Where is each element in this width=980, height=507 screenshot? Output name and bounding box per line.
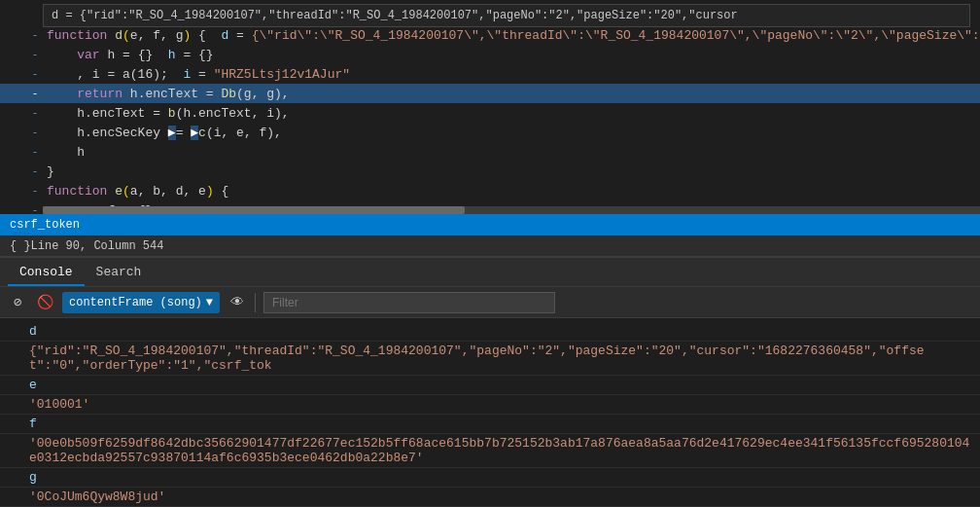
line-arrow: - (27, 127, 43, 138)
list-item: '0CoJUm6Qyw8W8jud' (0, 488, 980, 507)
frame-label: contentFrame (song) (69, 296, 202, 309)
tab-search[interactable]: Search (85, 259, 154, 286)
line-content: h.encSecKey ▶= ▶c(i, e, f), (43, 125, 282, 140)
entry-key: g (29, 470, 39, 485)
line-arrow: - (27, 204, 43, 214)
line-content: h.encText = b(h.encText, i), (43, 106, 290, 121)
code-line: - h.encSecKey ▶= ▶c(i, e, f), (0, 123, 980, 142)
list-item: {"rid":"R_SO_4_1984200107","threadId":"R… (0, 342, 980, 376)
line-content: return h.encText = Db(g, g), (43, 87, 290, 101)
code-editor: d = {"rid":"R_SO_4_1984200107","threadId… (0, 0, 980, 214)
status-variable: csrf_token (10, 218, 80, 232)
chevron-down-icon: ▼ (206, 296, 213, 309)
code-line: - var h = {} h = {} (0, 45, 980, 64)
line-arrow: - (27, 146, 43, 158)
line-content: , i = a(16); i = "HRZ5Ltsj12v1AJur" (43, 67, 350, 82)
devtools-toolbar: ⊘ 🚫 contentFrame (song) ▼ 👁 (0, 287, 980, 318)
line-arrow: - (27, 185, 43, 197)
console-output[interactable]: d {"rid":"R_SO_4_1984200107","threadId":… (0, 318, 980, 507)
line-content: function e(a, b, d, e) { (43, 184, 228, 199)
entry-key: d (29, 324, 39, 339)
code-line: - } (0, 162, 980, 181)
list-item: f (0, 415, 980, 434)
code-line: - , i = a(16); i = "HRZ5Ltsj12v1AJur" (0, 64, 980, 84)
entry-key: e (29, 378, 39, 392)
clear-console-button[interactable]: ⊘ (8, 293, 27, 312)
filter-button[interactable]: 🚫 (35, 293, 54, 312)
position-text: { } (10, 239, 31, 253)
entry-key: f (29, 416, 39, 431)
position-bar: { } Line 90, Column 544 (0, 235, 980, 257)
line-arrow: - (27, 107, 43, 119)
line-arrow: - (27, 29, 43, 41)
code-line: - h (0, 142, 980, 162)
code-line-highlighted: - return h.encText = Db(g, g), (0, 84, 980, 103)
position-info: Line 90, Column 544 (31, 239, 164, 253)
line-content: var h = {} h = {} (43, 48, 214, 62)
line-arrow: - (27, 88, 43, 99)
list-item: '00e0b509f6259df8642dbc35662901477df2267… (0, 434, 980, 468)
filter-input[interactable] (263, 292, 555, 313)
devtools-panel: Console Search ⊘ 🚫 contentFrame (song) ▼… (0, 257, 980, 507)
code-line: - h.encText = b(h.encText, i), (0, 103, 980, 123)
scrollbar-thumb[interactable] (43, 206, 465, 214)
entry-value: '0CoJUm6Qyw8W8jud' (29, 489, 165, 504)
list-item: e (0, 376, 980, 395)
entry-value: '010001' (29, 397, 89, 412)
list-item: '010001' (0, 395, 980, 415)
list-item: d (0, 322, 980, 342)
frame-select[interactable]: contentFrame (song) ▼ (62, 292, 220, 313)
line-content: } (43, 164, 54, 179)
divider (255, 293, 256, 312)
code-tooltip: d = {"rid":"R_SO_4_1984200107","threadId… (43, 4, 970, 27)
line-content: function d(e, f, g) { d = {\"rid\":\"R_S… (43, 28, 980, 43)
entry-value: {"rid":"R_SO_4_1984200107","threadId":"R… (29, 344, 972, 373)
entry-value: '00e0b509f6259df8642dbc35662901477df2267… (29, 436, 972, 465)
code-line: - function e(a, b, d, e) { (0, 181, 980, 200)
line-arrow: - (27, 165, 43, 177)
line-arrow: - (27, 68, 43, 80)
list-item: g (0, 468, 980, 488)
line-content: h (43, 145, 85, 160)
code-line: - function d(e, f, g) { d = {\"rid\":\"R… (0, 25, 980, 45)
tooltip-text: d = {"rid":"R_SO_4_1984200107","threadId… (52, 9, 738, 22)
status-bar: csrf_token (0, 214, 980, 235)
line-arrow: - (27, 49, 43, 60)
tab-console[interactable]: Console (8, 259, 85, 286)
eye-button[interactable]: 👁 (228, 293, 247, 312)
code-scrollbar[interactable] (43, 206, 980, 214)
devtools-tabs: Console Search (0, 258, 980, 287)
